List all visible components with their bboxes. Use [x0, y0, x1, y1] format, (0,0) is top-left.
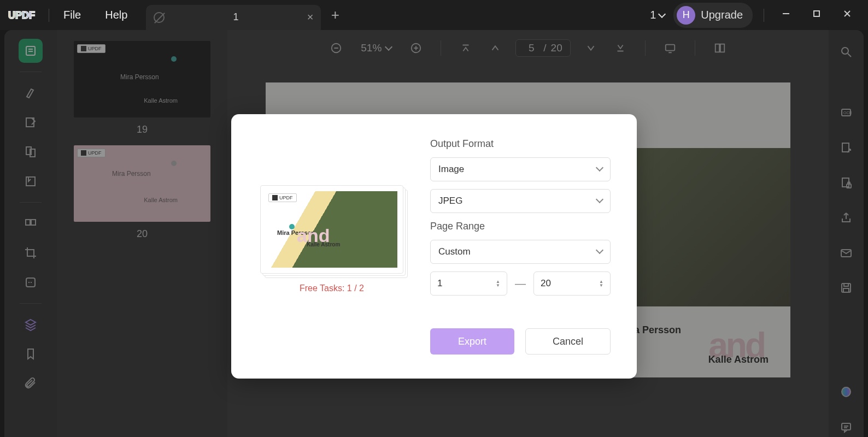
- minimize-button[interactable]: [775, 9, 797, 21]
- new-tab-button[interactable]: +: [324, 7, 346, 23]
- tabs: 1 × +: [146, 0, 346, 30]
- chevron-down-icon: [597, 164, 602, 175]
- close-window-button[interactable]: [836, 9, 858, 21]
- upgrade-button[interactable]: H Upgrade: [673, 3, 753, 28]
- export-dialog: UPDF Mira Persson and Kalle Astrom Free …: [231, 114, 637, 379]
- range-dash: —: [515, 277, 526, 290]
- spinner-icon[interactable]: ▲▼: [599, 280, 603, 287]
- preview-thumbnail: UPDF Mira Persson and Kalle Astrom: [260, 185, 403, 274]
- preview-text: Kalle Astrom: [307, 241, 340, 247]
- chevron-down-icon: [659, 9, 665, 21]
- range-to-value: 20: [541, 278, 551, 289]
- separator: [764, 9, 764, 22]
- range-from-value: 1: [437, 278, 442, 289]
- range-value: Custom: [438, 246, 471, 257]
- svg-text:UPDF: UPDF: [8, 10, 35, 21]
- tab-title: 1: [170, 11, 301, 23]
- cancel-button[interactable]: Cancel: [525, 328, 611, 355]
- output-format-label: Output Format: [430, 138, 611, 150]
- menu-help[interactable]: Help: [93, 9, 139, 21]
- upgrade-label: Upgrade: [701, 9, 743, 21]
- titlebar: UPDF File Help 1 × + 1 H Upgrade: [0, 0, 868, 30]
- modal-overlay: UPDF Mira Persson and Kalle Astrom Free …: [4, 30, 864, 437]
- menu-file[interactable]: File: [51, 9, 93, 21]
- tab-document[interactable]: 1 ×: [146, 5, 321, 30]
- decorative-dot: [289, 224, 295, 229]
- maximize-button[interactable]: [806, 9, 828, 21]
- export-button[interactable]: Export: [430, 328, 514, 355]
- app-logo: UPDF: [0, 9, 46, 22]
- chevron-down-icon: [597, 246, 602, 257]
- free-tasks-label: Free Tasks: 1 / 2: [300, 284, 364, 293]
- separator: [49, 9, 49, 22]
- range-to-input[interactable]: 20 ▲▼: [533, 271, 611, 296]
- type-select[interactable]: JPEG: [430, 189, 611, 213]
- avatar: H: [677, 6, 695, 25]
- counter-value: 1: [650, 9, 656, 21]
- window-counter[interactable]: 1: [650, 9, 665, 21]
- chevron-down-icon: [597, 196, 602, 206]
- type-value: JPEG: [438, 196, 462, 206]
- updf-badge: UPDF: [268, 193, 297, 202]
- document-icon: [154, 12, 165, 23]
- page-range-label: Page Range: [430, 221, 611, 232]
- format-value: Image: [438, 164, 464, 175]
- spinner-icon[interactable]: ▲▼: [496, 280, 500, 287]
- range-select[interactable]: Custom: [430, 240, 611, 264]
- svg-rect-2: [814, 11, 819, 16]
- close-tab-icon[interactable]: ×: [307, 11, 314, 23]
- format-select[interactable]: Image: [430, 157, 611, 181]
- range-from-input[interactable]: 1 ▲▼: [430, 271, 507, 296]
